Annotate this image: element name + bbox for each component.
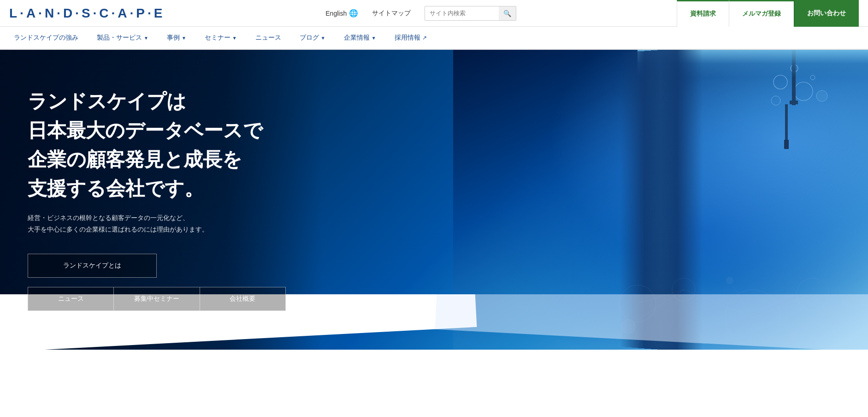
hero-news-button[interactable]: ニュース [28,287,114,311]
top-bar-cta: 資料請求 メルマガ登録 お問い合わせ [677,0,859,27]
svg-rect-8 [785,104,788,141]
top-bar-center: English 🌐 サイトマップ 🔍 [325,6,516,21]
logo[interactable]: L·A·N·D·S·C·A·P·E [9,6,165,21]
nav-item-company[interactable]: 企業情報 ▼ [335,27,385,49]
otoiawase-button[interactable]: お問い合わせ [794,0,859,27]
shiryo-button[interactable]: 資料請求 [677,0,729,27]
search-button[interactable]: 🔍 [499,6,516,21]
nav-label-seminar: セミナー [205,34,230,42]
english-link[interactable]: English 🌐 [325,9,358,18]
hero-title-line3: 企業の顧客発見と成長を [28,149,242,170]
chevron-down-icon: ▼ [232,36,237,41]
nav-item-blog[interactable]: ブログ ▼ [290,27,335,49]
nav-label-news: ニュース [255,34,281,42]
hero-primary-button[interactable]: ランドスケイプとは [28,254,157,278]
top-bar: L·A·N·D·S·C·A·P·E English 🌐 サイトマップ 🔍 資料請… [0,0,868,27]
nav-label-products: 製品・サービス [97,34,142,42]
chevron-down-icon: ▼ [372,36,376,41]
hero-btn-row: ニュース 募集中セミナー 会社概要 [28,287,286,311]
search-box: 🔍 [425,6,516,21]
hero-section: ランドスケイプは 日本最大のデータベースで 企業の顧客発見と成長を 支援する会社… [0,50,868,350]
nav-item-strength[interactable]: ランドスケイプの強み [5,27,88,49]
hero-title-line1: ランドスケイプは [28,90,186,112]
hero-content: ランドスケイプは 日本最大のデータベースで 企業の顧客発見と成長を 支援する会社… [0,50,313,348]
hero-subtitle-line2: 大手を中心に多くの企業様に選ばれるのには理由があります。 [28,226,208,233]
nav-item-news[interactable]: ニュース [246,27,290,49]
english-label: English [325,10,347,17]
nav-label-strength: ランドスケイプの強み [14,34,78,42]
nav-label-recruitment: 採用情報 [395,34,420,42]
search-input[interactable] [425,10,499,17]
nav-label-company: 企業情報 [344,34,370,42]
hero-title-line2: 日本最大のデータベースで [28,119,263,141]
merumaga-button[interactable]: メルマガ登録 [729,0,794,27]
chevron-down-icon: ▼ [144,36,148,41]
nav-label-blog: ブログ [300,34,319,42]
hero-company-button[interactable]: 会社概要 [200,287,286,311]
nav-item-cases[interactable]: 事例 ▼ [158,27,195,49]
sitemap-link[interactable]: サイトマップ [372,9,411,18]
nav-item-seminar[interactable]: セミナー ▼ [195,27,246,49]
hero-seminar-button[interactable]: 募集中セミナー [114,287,200,311]
hero-title: ランドスケイプは 日本最大のデータベースで 企業の顧客発見と成長を 支援する会社… [28,87,286,203]
svg-point-5 [816,90,827,101]
nav-label-cases: 事例 [167,34,180,42]
sitemap-label: サイトマップ [372,9,411,17]
nav-item-recruitment[interactable]: 採用情報 ↗ [385,27,436,49]
svg-rect-7 [790,101,798,104]
main-nav: ランドスケイプの強み 製品・サービス ▼ 事例 ▼ セミナー ▼ ニュース ブロ… [0,27,868,50]
nav-item-products[interactable]: 製品・サービス ▼ [88,27,158,49]
svg-rect-9 [784,140,789,149]
chevron-down-icon: ▼ [321,36,325,41]
hero-subtitle-line1: 経営・ビジネスの根幹となる顧客データの一元化など、 [28,214,189,221]
hero-subtitle: 経営・ビジネスの根幹となる顧客データの一元化など、 大手を中心に多くの企業様に選… [28,212,286,235]
globe-icon: 🌐 [349,9,358,18]
chevron-down-icon: ▼ [182,36,186,41]
external-link-icon: ↗ [422,35,427,41]
logo-text: L·A·N·D·S·C·A·P·E [9,6,165,21]
hero-title-line4: 支援する会社です。 [28,178,204,199]
